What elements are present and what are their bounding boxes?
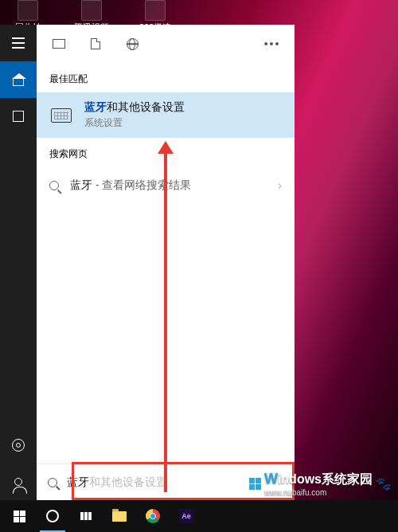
search-icon	[48, 478, 57, 487]
taskbar-chrome[interactable]	[137, 500, 169, 532]
start-button[interactable]	[3, 500, 35, 532]
watermark-logo-icon	[249, 478, 261, 490]
task-view-button[interactable]	[70, 500, 102, 532]
search-input-value: 蓝牙	[67, 475, 89, 490]
search-main: ••• 最佳匹配 蓝牙和其他设备设置 系统设置 搜索网页 蓝牙 - 查看网络搜索…	[37, 25, 295, 500]
section-best-match-label: 最佳匹配	[37, 63, 295, 92]
settings-icon[interactable]	[0, 427, 37, 464]
taskbar-file-explorer[interactable]	[103, 500, 135, 532]
search-scope-row: •••	[37, 25, 295, 63]
web-result-text: 蓝牙 - 查看网络搜索结果	[70, 178, 191, 193]
annotation-arrow	[164, 152, 167, 492]
paw-icon: 🐾	[376, 476, 392, 491]
search-icon	[49, 181, 59, 190]
watermark: Windows系统家园 www.nubaifu.com 🐾	[249, 471, 392, 497]
scope-apps-icon[interactable]	[41, 28, 76, 60]
best-match-item[interactable]: 蓝牙和其他设备设置 系统设置	[37, 92, 295, 138]
account-icon[interactable]	[0, 464, 37, 500]
chevron-right-icon: ›	[278, 178, 282, 193]
taskbar: Ae	[0, 500, 398, 532]
keyboard-icon	[49, 104, 73, 127]
scope-more-icon[interactable]: •••	[255, 37, 290, 50]
menu-icon[interactable]	[0, 25, 37, 61]
taskbar-after-effects[interactable]: Ae	[170, 500, 202, 532]
search-input-suggestion: 和其他设备设置	[89, 475, 167, 490]
collection-icon[interactable]	[0, 98, 37, 135]
search-panel: ••• 最佳匹配 蓝牙和其他设备设置 系统设置 搜索网页 蓝牙 - 查看网络搜索…	[0, 25, 295, 500]
best-match-subtitle: 系统设置	[84, 116, 185, 130]
search-side-rail	[0, 25, 37, 500]
best-match-title: 蓝牙和其他设备设置	[84, 100, 185, 115]
scope-web-icon[interactable]	[115, 28, 150, 60]
cortana-search-button[interactable]	[37, 500, 68, 532]
scope-documents-icon[interactable]	[78, 28, 113, 60]
home-icon[interactable]	[0, 61, 37, 98]
